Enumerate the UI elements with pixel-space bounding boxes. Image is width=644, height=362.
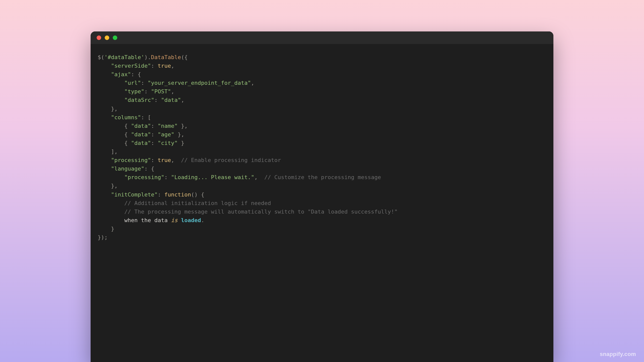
val-post: "POST" xyxy=(151,88,171,95)
comment: // The processing message will automatic… xyxy=(124,209,398,215)
comment: // Customize the processing message xyxy=(264,174,381,180)
key-processing: "processing" xyxy=(111,157,151,163)
close-icon[interactable] xyxy=(97,35,101,40)
key-type: "type" xyxy=(124,88,144,95)
val-loadingMsg: "Loading... Please wait." xyxy=(171,174,254,180)
val-name: "name" xyxy=(158,123,177,129)
bool-true: true xyxy=(158,157,171,163)
val-age: "age" xyxy=(158,131,174,138)
code-window: $('#dataTable').DataTable({ "serverSide"… xyxy=(91,31,553,362)
code-token: $ xyxy=(98,54,101,60)
key-data: "data" xyxy=(131,123,151,129)
key-data: "data" xyxy=(131,140,151,146)
key-ajax: "ajax" xyxy=(111,71,131,77)
text: when the data xyxy=(124,217,171,223)
val-url: "your_server_endpoint_for_data" xyxy=(148,80,251,86)
minimize-icon[interactable] xyxy=(105,35,109,40)
zoom-icon[interactable] xyxy=(113,35,117,40)
val-dataSrc: "data" xyxy=(161,97,181,103)
key-url: "url" xyxy=(124,80,141,86)
keyword-function: function xyxy=(164,191,191,198)
key-dataSrc: "dataSrc" xyxy=(124,97,154,103)
key-data: "data" xyxy=(131,131,151,138)
key-processing: "processing" xyxy=(124,174,164,180)
watermark: snappify.com xyxy=(600,351,636,357)
titlebar xyxy=(91,31,553,44)
key-columns: "columns" xyxy=(111,114,141,120)
key-initComplete: "initComplete" xyxy=(111,191,158,198)
code-block: $('#dataTable').DataTable({ "serverSide"… xyxy=(91,44,553,251)
method-name: DataTable xyxy=(151,54,181,60)
keyword-is: is xyxy=(171,217,178,223)
comment: // Additional initialization logic if ne… xyxy=(124,200,271,206)
bool-true: true xyxy=(158,63,171,69)
val-city: "city" xyxy=(158,140,177,146)
key-serverSide: "serverSide" xyxy=(111,63,151,69)
selector-string: '#dataTable' xyxy=(104,54,144,60)
word-loaded: loaded xyxy=(181,217,201,223)
key-language: "language" xyxy=(111,166,144,172)
comment: // Enable processing indicator xyxy=(181,157,281,163)
